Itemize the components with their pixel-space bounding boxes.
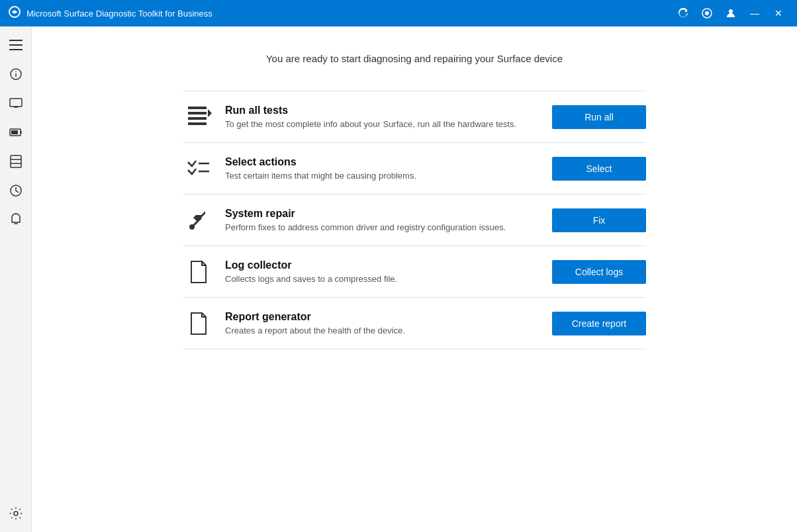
svg-rect-26 <box>188 122 207 125</box>
repair-text: System repair Perform fixes to address c… <box>225 208 552 232</box>
select-desc: Test certain items that might be causing… <box>225 171 552 181</box>
svg-marker-27 <box>208 109 212 117</box>
svg-point-22 <box>14 511 18 515</box>
window-title: Microsoft Surface Diagnostic Toolkit for… <box>26 9 673 19</box>
run-all-icon <box>183 105 214 129</box>
svg-rect-5 <box>9 44 23 46</box>
select-text: Select actions Test certain items that m… <box>225 156 552 181</box>
sidebar-item-display[interactable] <box>3 90 29 116</box>
minimize-button[interactable]: — <box>744 3 765 24</box>
feedback-button[interactable] <box>696 3 718 24</box>
log-text: Log collector Collects logs and saves to… <box>225 259 552 284</box>
close-button[interactable]: ✕ <box>768 3 789 24</box>
log-title: Log collector <box>225 259 552 271</box>
main-content: You are ready to start diagnosing and re… <box>32 26 797 532</box>
sidebar <box>0 26 32 532</box>
sidebar-item-battery[interactable] <box>3 119 29 146</box>
create-report-button[interactable]: Create report <box>552 312 646 335</box>
svg-rect-16 <box>11 155 21 167</box>
fix-button[interactable]: Fix <box>552 208 646 232</box>
report-icon <box>183 312 214 335</box>
svg-rect-10 <box>10 99 22 107</box>
run-all-desc: To get the most complete info about your… <box>225 119 552 129</box>
report-desc: Creates a report about the health of the… <box>225 326 552 335</box>
select-icon <box>183 157 214 181</box>
window-controls: — ✕ <box>673 3 789 24</box>
svg-point-9 <box>15 71 17 73</box>
page-intro: You are ready to start diagnosing and re… <box>71 53 757 64</box>
action-list: Run all tests To get the most complete i… <box>183 91 646 349</box>
sidebar-item-menu[interactable] <box>3 32 29 58</box>
select-button[interactable]: Select <box>552 157 646 181</box>
svg-rect-24 <box>188 112 207 114</box>
report-text: Report generator Creates a report about … <box>225 311 552 335</box>
repair-icon <box>183 208 214 232</box>
app-body: You are ready to start diagnosing and re… <box>0 26 797 532</box>
action-row-run-all: Run all tests To get the most complete i… <box>183 91 646 143</box>
app-icon <box>8 5 21 22</box>
log-icon <box>183 260 214 284</box>
svg-rect-6 <box>9 49 23 50</box>
svg-point-3 <box>729 9 733 13</box>
sidebar-item-storage[interactable] <box>3 148 29 175</box>
log-desc: Collects logs and saves to a compressed … <box>225 274 552 284</box>
collect-logs-button[interactable]: Collect logs <box>552 260 646 284</box>
sidebar-item-info[interactable] <box>3 61 29 87</box>
refresh-button[interactable] <box>673 3 694 24</box>
action-row-log: Log collector Collects logs and saves to… <box>183 246 646 298</box>
action-row-repair: System repair Perform fixes to address c… <box>183 195 646 246</box>
report-title: Report generator <box>225 311 552 323</box>
action-row-select: Select actions Test certain items that m… <box>183 143 646 195</box>
repair-title: System repair <box>225 208 552 220</box>
action-row-report: Report generator Creates a report about … <box>183 298 646 349</box>
title-bar: Microsoft Surface Diagnostic Toolkit for… <box>0 0 797 26</box>
select-title: Select actions <box>225 156 552 168</box>
run-all-title: Run all tests <box>225 105 552 116</box>
sidebar-item-settings[interactable] <box>3 500 29 527</box>
svg-point-31 <box>189 224 195 230</box>
svg-rect-23 <box>188 107 207 109</box>
run-all-text: Run all tests To get the most complete i… <box>225 105 552 129</box>
svg-rect-25 <box>188 117 207 120</box>
account-button[interactable] <box>720 3 741 24</box>
svg-rect-4 <box>9 40 23 41</box>
svg-point-2 <box>705 11 709 15</box>
sidebar-item-history[interactable] <box>3 177 29 204</box>
svg-rect-15 <box>11 130 18 134</box>
run-all-button[interactable]: Run all <box>552 105 646 129</box>
sidebar-item-notifications[interactable] <box>3 206 29 233</box>
repair-desc: Perform fixes to address common driver a… <box>225 222 552 232</box>
